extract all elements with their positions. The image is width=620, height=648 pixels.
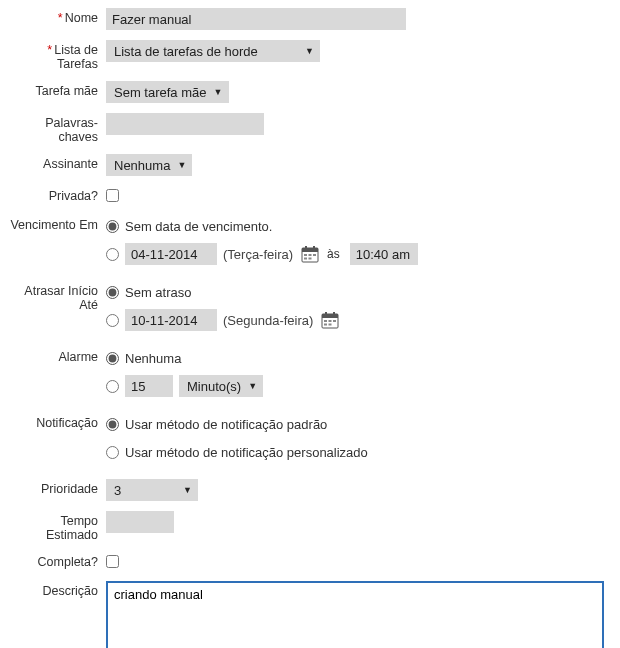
svg-rect-8 [309, 258, 312, 260]
svg-rect-16 [324, 324, 327, 326]
palavras-chaves-input[interactable] [106, 113, 264, 135]
label-alarme: Alarme [58, 350, 98, 364]
vencimento-dia-semana: (Terça-feira) [223, 247, 293, 262]
label-lista-tarefas: Lista de Tarefas [54, 43, 98, 71]
svg-rect-5 [309, 254, 312, 256]
svg-rect-7 [304, 258, 307, 260]
svg-rect-17 [329, 324, 332, 326]
label-palavras-chaves: Palavras-chaves [45, 116, 98, 144]
svg-rect-6 [313, 254, 316, 256]
alarme-nenhuma-label: Nenhuma [125, 351, 181, 366]
label-notificacao: Notificação [36, 416, 98, 430]
tempo-estimado-input[interactable] [106, 511, 174, 533]
vencimento-sem-data-radio[interactable] [106, 220, 119, 233]
notificacao-personalizado-label: Usar método de notificação personalizado [125, 445, 368, 460]
svg-rect-1 [302, 248, 318, 252]
notificacao-padrao-radio[interactable] [106, 418, 119, 431]
atrasar-data-input[interactable] [125, 309, 217, 331]
label-privada: Privada? [49, 189, 98, 203]
svg-rect-11 [325, 312, 327, 316]
label-atrasar: Atrasar Início Até [24, 284, 98, 312]
vencimento-data-input[interactable] [125, 243, 217, 265]
vencimento-data-radio[interactable] [106, 248, 119, 261]
nome-input[interactable] [106, 8, 406, 30]
svg-rect-3 [313, 246, 315, 250]
vencimento-as-label: às [327, 247, 340, 261]
descricao-textarea[interactable] [106, 581, 604, 648]
alarme-valor-radio[interactable] [106, 380, 119, 393]
atrasar-data-radio[interactable] [106, 314, 119, 327]
svg-rect-14 [329, 320, 332, 322]
vencimento-sem-data-label: Sem data de vencimento. [125, 219, 272, 234]
tarefa-mae-select[interactable]: Sem tarefa mãe [106, 81, 229, 103]
label-tarefa-mae: Tarefa mãe [35, 84, 98, 98]
alarme-nenhuma-radio[interactable] [106, 352, 119, 365]
alarme-unidade-select[interactable]: Minuto(s) [179, 375, 263, 397]
svg-rect-12 [333, 312, 335, 316]
privada-checkbox[interactable] [106, 189, 119, 202]
atrasar-dia-semana: (Segunda-feira) [223, 313, 313, 328]
label-tempo-estimado: Tempo Estimado [46, 514, 98, 542]
svg-rect-15 [333, 320, 336, 322]
lista-tarefas-select[interactable]: Lista de tarefas de horde [106, 40, 320, 62]
assinante-select[interactable]: Nenhuma [106, 154, 192, 176]
vencimento-hora-input[interactable] [350, 243, 418, 265]
calendar-icon[interactable] [301, 245, 319, 263]
notificacao-personalizado-radio[interactable] [106, 446, 119, 459]
label-descricao: Descrição [42, 584, 98, 598]
alarme-valor-input[interactable] [125, 375, 173, 397]
svg-rect-4 [304, 254, 307, 256]
notificacao-padrao-label: Usar método de notificação padrão [125, 417, 327, 432]
atrasar-sem-radio[interactable] [106, 286, 119, 299]
label-assinante: Assinante [43, 157, 98, 171]
svg-rect-10 [322, 314, 338, 318]
atrasar-sem-label: Sem atraso [125, 285, 191, 300]
label-vencimento: Vencimento Em [10, 218, 98, 232]
completa-checkbox[interactable] [106, 555, 119, 568]
label-nome: Nome [65, 11, 98, 25]
label-prioridade: Prioridade [41, 482, 98, 496]
calendar-icon[interactable] [321, 311, 339, 329]
svg-rect-2 [305, 246, 307, 250]
prioridade-select[interactable]: 3 [106, 479, 198, 501]
svg-rect-13 [324, 320, 327, 322]
label-completa: Completa? [38, 555, 98, 569]
